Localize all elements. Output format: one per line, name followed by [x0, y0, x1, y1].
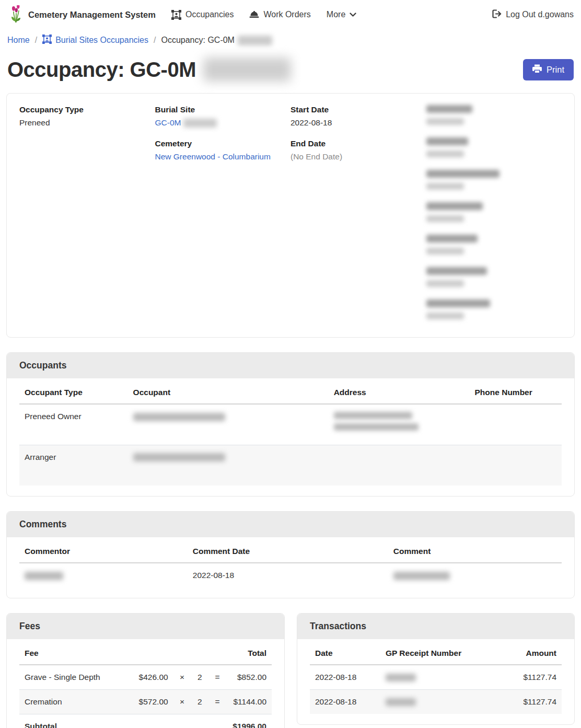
redacted-title-id: [203, 57, 291, 82]
fee-quantity: 2: [191, 665, 208, 690]
redacted-field: [426, 267, 562, 287]
occupancy-badge-icon: [171, 10, 181, 20]
col-gp-receipt: GP Receipt Number: [380, 641, 491, 665]
occupants-table: Occupant Type Occupant Address Phone Num…: [19, 380, 562, 486]
comments-card: Comments Commentor Comment Date Comment …: [6, 511, 575, 598]
redacted-value: [426, 280, 464, 287]
redacted-label: [426, 105, 472, 113]
fees-card: Fees Fee Total: [6, 613, 285, 728]
col-phone-number: Phone Number: [470, 380, 562, 404]
breadcrumb-home-link[interactable]: Home: [7, 36, 30, 45]
comments-header: Comments: [7, 512, 574, 537]
redacted-label: [426, 299, 490, 307]
cemetery-link[interactable]: New Greenwood - Columbarium: [155, 152, 271, 161]
redacted-burial-site-id: [183, 119, 217, 128]
fee-total: $852.00: [226, 665, 272, 690]
occupants-card: Occupants Occupant Type Occupant Address…: [6, 352, 575, 496]
app-title: Cemetery Management System: [28, 10, 156, 20]
redacted-label: [426, 170, 499, 178]
redacted-field: [426, 170, 562, 190]
occupant-type-cell: Preneed Owner: [19, 404, 128, 445]
details-col-4-redacted: [426, 105, 562, 332]
cemetery-label: Cemetery: [155, 139, 291, 148]
col-comment: Comment: [388, 539, 562, 563]
redacted-label: [426, 202, 483, 210]
transaction-amount: $1127.74: [491, 690, 562, 714]
redacted-breadcrumb-id: [238, 36, 272, 45]
comments-title: Comments: [19, 519, 562, 530]
col-total: Total: [226, 641, 272, 665]
field-end-date: End Date (No End Date): [290, 139, 426, 161]
burial-site-label: Burial Site: [155, 105, 291, 114]
occupant-row: Arranger: [19, 445, 562, 486]
burial-site-link[interactable]: GC-0M: [155, 118, 181, 127]
transactions-title: Transactions: [310, 621, 562, 632]
breadcrumb-occupancies-link[interactable]: Burial Sites Occupancies: [42, 34, 148, 46]
nav-work-orders[interactable]: Work Orders: [249, 10, 310, 19]
nav-more[interactable]: More: [327, 10, 356, 19]
fee-quantity: 2: [191, 690, 208, 714]
occupancy-details-card: Occupancy Type Preneed Burial Site GC-0M…: [6, 93, 575, 338]
redacted-occupant-name: [133, 453, 225, 461]
redacted-value: [426, 248, 464, 255]
redacted-address-line: [334, 412, 412, 419]
brand[interactable]: Cemetery Management System: [9, 5, 156, 25]
fees-header: Fees: [7, 614, 284, 639]
occupant-row: Preneed Owner: [19, 404, 562, 445]
nav-occupancies-label: Occupancies: [185, 10, 234, 19]
logout-button[interactable]: Log Out d.gowans: [492, 9, 574, 20]
redacted-field: [426, 137, 562, 157]
details-grid: Occupancy Type Preneed Burial Site GC-0M…: [7, 94, 574, 337]
redacted-occupant-name: [133, 413, 225, 421]
col-comment-date: Comment Date: [188, 539, 388, 563]
occupants-title: Occupants: [19, 360, 562, 371]
redacted-value: [426, 183, 464, 190]
nav-more-label: More: [327, 10, 345, 19]
fee-name: Cremation: [19, 690, 131, 714]
comments-table: Commentor Comment Date Comment 2022-08-1…: [19, 539, 562, 587]
redacted-label: [426, 267, 487, 275]
redacted-value: [426, 313, 464, 319]
col-address: Address: [329, 380, 470, 404]
fee-unit-price: $572.00: [131, 690, 173, 714]
tulip-logo-icon: [9, 5, 23, 25]
breadcrumb-separator: /: [35, 36, 37, 45]
top-navbar: Cemetery Management System Occupancies: [0, 0, 581, 29]
field-burial-site: Burial Site GC-0M: [155, 105, 291, 128]
fees-title: Fees: [19, 621, 272, 632]
equals-sign: =: [208, 665, 226, 690]
occupants-header-row: Occupant Type Occupant Address Phone Num…: [19, 380, 562, 404]
redacted-field: [426, 235, 562, 255]
redacted-receipt-number: [386, 698, 416, 706]
col-fee: Fee: [19, 641, 131, 665]
breadcrumb: Home / Burial Sites Occupancies / Occupa…: [6, 29, 575, 53]
redacted-value: [426, 118, 464, 125]
redacted-receipt-number: [386, 674, 416, 681]
redacted-label: [426, 137, 468, 145]
transactions-header: Transactions: [297, 614, 574, 639]
transactions-header-row: Date GP Receipt Number Amount: [310, 641, 562, 665]
occupancy-type-value: Preneed: [19, 118, 155, 128]
breadcrumb-occupancies-label: Burial Sites Occupancies: [55, 36, 148, 45]
nav-occupancies[interactable]: Occupancies: [171, 10, 234, 20]
multiply-sign: ×: [173, 665, 191, 690]
page-header: Occupancy: GC-0M Print: [6, 53, 575, 93]
col-commentor: Commentor: [19, 539, 188, 563]
comment-row: 2022-08-18: [19, 563, 562, 587]
col-amount: Amount: [491, 641, 562, 665]
nav-work-orders-label: Work Orders: [263, 10, 310, 19]
transaction-date: 2022-08-18: [310, 690, 380, 714]
occupant-type-cell: Arranger: [19, 445, 128, 486]
printer-icon: [532, 64, 542, 75]
print-button[interactable]: Print: [523, 59, 574, 80]
fee-row: Cremation $572.00 × 2 = $1144.00: [19, 690, 272, 714]
end-date-value: (No End Date): [290, 152, 426, 161]
details-col-3: Start Date 2022-08-18 End Date (No End D…: [290, 105, 426, 332]
breadcrumb-current-label: Occupancy: GC-0M: [161, 36, 234, 45]
multiply-sign: ×: [173, 690, 191, 714]
breadcrumb-current: Occupancy: GC-0M: [161, 36, 272, 45]
print-button-label: Print: [547, 65, 564, 75]
occupants-header: Occupants: [7, 353, 574, 378]
end-date-label: End Date: [290, 139, 426, 148]
col-occupant-type: Occupant Type: [19, 380, 128, 404]
